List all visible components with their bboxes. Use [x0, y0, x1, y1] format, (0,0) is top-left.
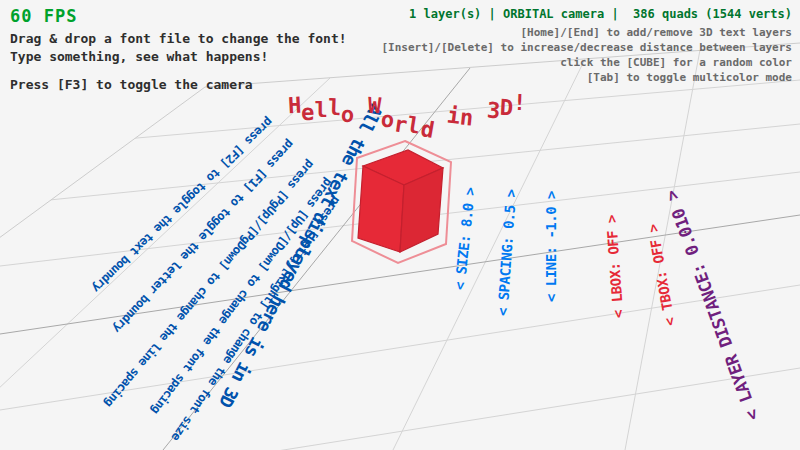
raylib-3d-text-viewport[interactable]: All the text displayed here is in 3D pre… [0, 0, 800, 450]
status-line: 1 layer(s) | ORBITAL camera | 386 quads … [381, 7, 792, 21]
help-multicolor: [Tab] to toggle multicolor mode [381, 70, 792, 85]
help-layers: [Home]/[End] to add/remove 3D text layer… [381, 25, 792, 40]
tip-drag-drop-font: Drag & drop a font file to change the fo… [10, 31, 347, 46]
tip-type-something: Type something, see what happens! [10, 49, 268, 64]
wave-text-hello-world: Hello World in 3D! [288, 88, 527, 113]
tip-toggle-camera: Press [F3] to toggle the camera [10, 77, 253, 92]
option-line-value: < LINE: -1.0 > [543, 191, 559, 302]
hud-right-panel: 1 layer(s) | ORBITAL camera | 386 quads … [381, 7, 792, 85]
fps-counter: 60 FPS [10, 6, 77, 26]
help-cube-color: click the [CUBE] for a random color [381, 55, 792, 70]
cube[interactable] [352, 141, 451, 263]
help-layer-distance: [Insert]/[Delete] to increase/decrease d… [381, 40, 792, 55]
